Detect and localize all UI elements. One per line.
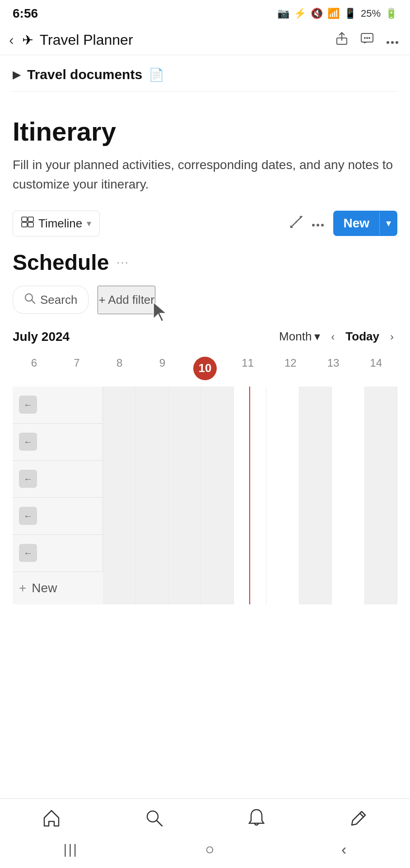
schedule-more-icon[interactable]: ⋯ <box>116 255 129 270</box>
timeline-row-4[interactable]: ← <box>13 498 102 535</box>
calendar-grid: 6 7 8 9 10 11 12 13 14 ← ← ← <box>13 353 397 604</box>
calendar-days-row: 6 7 8 9 10 11 12 13 14 <box>13 353 397 387</box>
today-button[interactable]: Today <box>345 330 379 344</box>
add-filter-label: + Add filter <box>98 293 154 307</box>
cal-day-14[interactable]: 14 <box>354 353 397 387</box>
timeline-rows-sidebar: ← ← ← ← ← + New <box>13 387 103 604</box>
timeline-col-13 <box>332 387 364 604</box>
today-circle: 10 <box>193 357 217 380</box>
battery-text: 25% <box>361 8 381 19</box>
cal-day-7[interactable]: 7 <box>56 353 98 387</box>
new-button-label[interactable]: New <box>333 211 379 236</box>
itinerary-title: Itinerary <box>13 117 397 146</box>
schedule-title: Schedule <box>13 250 109 275</box>
signal-icon: 📱 <box>344 8 356 19</box>
itinerary-description: Fill in your planned activities, corresp… <box>13 155 397 194</box>
wifi-icon: 📶 <box>327 8 340 19</box>
cal-day-13[interactable]: 13 <box>312 353 355 387</box>
add-filter-area: + Add filter <box>98 286 155 314</box>
comment-icon[interactable] <box>360 32 374 48</box>
timeline-row-3[interactable]: ← <box>13 461 102 498</box>
svg-point-5 <box>366 37 368 39</box>
back-button[interactable]: ‹ <box>7 30 16 50</box>
timeline-col-11 <box>266 387 299 604</box>
search-nav-icon <box>144 808 164 828</box>
new-item-row[interactable]: + New <box>13 572 103 604</box>
timeline-container: ← ← ← ← ← + New <box>13 387 397 604</box>
search-label: Search <box>40 293 77 307</box>
timeline-col-9 <box>201 387 233 604</box>
travel-docs-expand-icon[interactable]: ▶ <box>13 68 21 81</box>
next-month-button[interactable]: › <box>387 329 397 345</box>
calendar-nav: July 2024 Month ▾ ‹ Today › <box>13 329 397 345</box>
cal-day-11[interactable]: 11 <box>226 353 269 387</box>
svg-line-22 <box>157 821 162 826</box>
svg-point-17 <box>317 224 319 226</box>
new-item-plus-icon: + <box>19 581 26 595</box>
svg-line-15 <box>295 217 302 223</box>
svg-point-8 <box>391 41 394 44</box>
timeline-chevron-icon: ▾ <box>87 218 91 229</box>
search-icon <box>24 292 36 307</box>
status-icons: 📷 ⚡ 🔇 📶 📱 25% 🔋 <box>277 8 397 19</box>
timeline-col-14 <box>365 387 397 604</box>
nav-home[interactable] <box>42 808 61 828</box>
timeline-row-2[interactable]: ← <box>13 424 102 461</box>
battery-icon: 🔋 <box>385 8 397 19</box>
new-button[interactable]: New ▾ <box>333 211 397 236</box>
calendar-controls: Month ▾ ‹ Today › <box>279 329 397 345</box>
bluetooth-icon: ⚡ <box>294 8 306 19</box>
more-icon[interactable] <box>386 33 399 48</box>
bottom-nav-icons <box>0 799 410 834</box>
svg-point-16 <box>312 224 315 226</box>
system-menu-icon[interactable]: ||| <box>64 842 78 857</box>
system-home-icon[interactable]: ○ <box>205 840 214 858</box>
row-4-arrow-icon: ← <box>19 507 37 525</box>
timeline-col-10-today <box>234 387 266 604</box>
row-5-arrow-icon: ← <box>19 544 37 562</box>
svg-rect-11 <box>22 222 27 227</box>
bell-icon <box>247 808 266 828</box>
timeline-col-12 <box>299 387 332 604</box>
options-icon[interactable] <box>312 217 324 231</box>
expand-icon[interactable] <box>290 216 303 231</box>
nav-notifications[interactable] <box>247 808 266 828</box>
timeline-col-8 <box>168 387 201 604</box>
mute-icon: 🔇 <box>311 8 323 19</box>
timeline-col-6 <box>103 387 135 604</box>
top-nav: ‹ ✈ Travel Planner <box>0 25 410 55</box>
cal-day-6[interactable]: 6 <box>13 353 56 387</box>
month-dropdown[interactable]: Month ▾ <box>279 330 320 344</box>
search-button[interactable]: Search <box>13 286 89 314</box>
svg-rect-13 <box>28 222 33 227</box>
month-chevron-icon: ▾ <box>314 330 320 344</box>
new-item-label: New <box>32 581 57 595</box>
travel-docs-label: Travel documents <box>27 67 142 82</box>
travel-docs-row[interactable]: ▶ Travel documents 📄 <box>13 55 397 92</box>
status-time: 6:56 <box>13 6 38 21</box>
svg-rect-10 <box>22 217 27 222</box>
system-back-icon[interactable]: ‹ <box>341 840 346 858</box>
new-button-chevron-icon[interactable]: ▾ <box>379 212 397 235</box>
today-line <box>249 387 250 604</box>
add-filter-button[interactable]: + Add filter <box>98 286 155 314</box>
timeline-label: Timeline <box>38 217 82 231</box>
plane-icon: ✈ <box>22 32 33 48</box>
share-icon[interactable] <box>335 32 349 48</box>
svg-point-4 <box>364 37 366 39</box>
cal-day-8[interactable]: 8 <box>98 353 141 387</box>
timeline-button[interactable]: Timeline ▾ <box>13 211 100 236</box>
prev-month-button[interactable]: ‹ <box>327 329 338 345</box>
cal-day-9[interactable]: 9 <box>141 353 184 387</box>
timeline-row-5[interactable]: ← <box>13 535 102 572</box>
timeline-row-1[interactable]: ← <box>13 387 102 424</box>
nav-search[interactable] <box>144 808 164 828</box>
cal-day-12[interactable]: 12 <box>269 353 312 387</box>
status-bar: 6:56 📷 ⚡ 🔇 📶 📱 25% 🔋 <box>0 0 410 25</box>
svg-point-9 <box>396 41 398 44</box>
toolbar-row: Timeline ▾ New <box>13 211 397 236</box>
travel-docs-doc-icon: 📄 <box>149 67 164 82</box>
nav-edit[interactable] <box>349 808 369 828</box>
cal-day-10-today[interactable]: 10 <box>184 353 227 387</box>
main-content: ▶ Travel documents 📄 Itinerary Fill in y… <box>0 55 410 604</box>
